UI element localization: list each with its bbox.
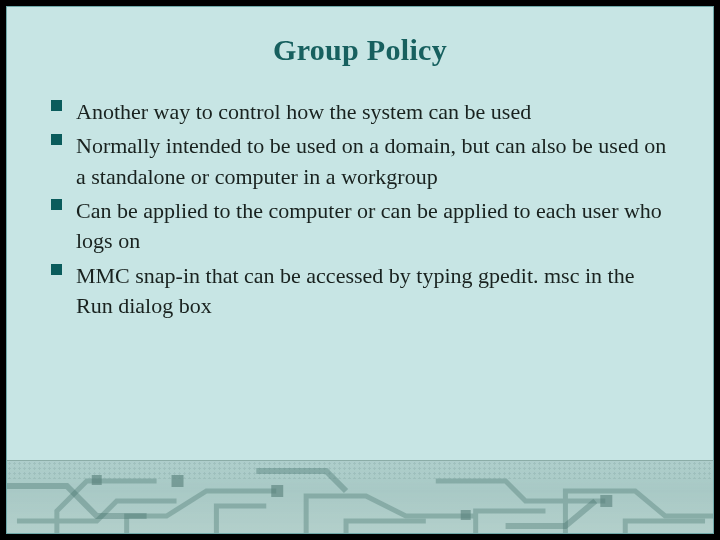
svg-rect-0 (172, 475, 184, 487)
bullet-text: Can be applied to the computer or can be… (76, 196, 675, 257)
circuit-lines-icon (7, 461, 713, 533)
svg-rect-2 (600, 495, 612, 507)
svg-rect-4 (461, 510, 471, 520)
square-bullet-icon (51, 199, 62, 210)
square-bullet-icon (51, 264, 62, 275)
bullet-text: Another way to control how the system ca… (76, 97, 675, 127)
list-item: MMC snap-in that can be accessed by typi… (51, 261, 675, 322)
slide-title: Group Policy (7, 33, 713, 67)
bullet-list: Another way to control how the system ca… (51, 97, 675, 322)
bullet-text: Normally intended to be used on a domain… (76, 131, 675, 192)
list-item: Can be applied to the computer or can be… (51, 196, 675, 257)
square-bullet-icon (51, 134, 62, 145)
slide-canvas: Group Policy Another way to control how … (6, 6, 714, 534)
slide-outer-frame: Group Policy Another way to control how … (0, 0, 720, 540)
bullet-text: MMC snap-in that can be accessed by typi… (76, 261, 675, 322)
square-bullet-icon (51, 100, 62, 111)
list-item: Another way to control how the system ca… (51, 97, 675, 127)
svg-rect-1 (271, 485, 283, 497)
decorative-footer (7, 460, 713, 533)
list-item: Normally intended to be used on a domain… (51, 131, 675, 192)
svg-rect-3 (92, 475, 102, 485)
